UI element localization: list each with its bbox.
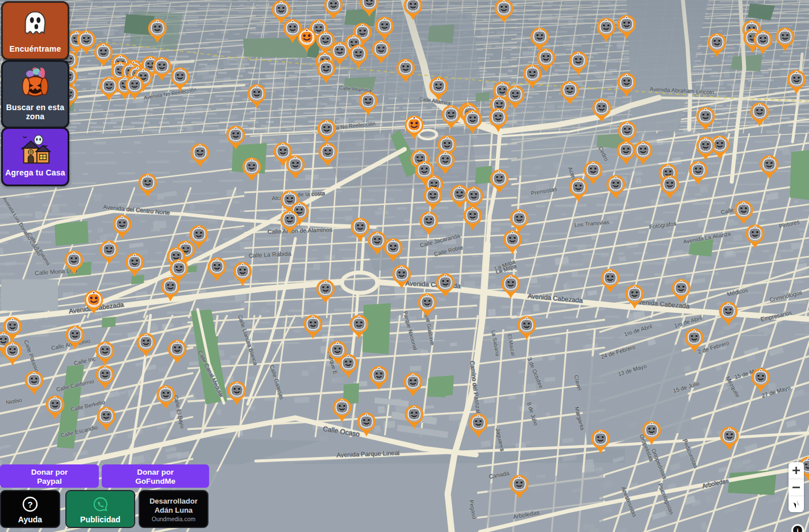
svg-text:?: ? bbox=[27, 500, 32, 509]
